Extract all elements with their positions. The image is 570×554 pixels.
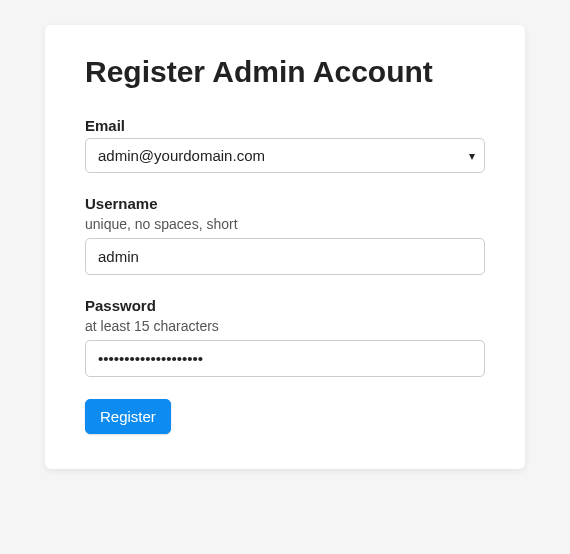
page-title: Register Admin Account: [85, 55, 485, 89]
email-select-wrap: admin@yourdomain.com ▾: [85, 138, 485, 173]
username-input[interactable]: [85, 238, 485, 275]
username-label: Username: [85, 195, 485, 212]
password-input[interactable]: [85, 340, 485, 377]
username-group: Username unique, no spaces, short: [85, 195, 485, 275]
email-label: Email: [85, 117, 485, 134]
password-label: Password: [85, 297, 485, 314]
username-hint: unique, no spaces, short: [85, 216, 485, 232]
register-card: Register Admin Account Email admin@yourd…: [45, 25, 525, 469]
password-group: Password at least 15 characters: [85, 297, 485, 377]
register-button[interactable]: Register: [85, 399, 171, 434]
email-group: Email admin@yourdomain.com ▾: [85, 117, 485, 173]
password-hint: at least 15 characters: [85, 318, 485, 334]
email-select[interactable]: admin@yourdomain.com: [85, 138, 485, 173]
